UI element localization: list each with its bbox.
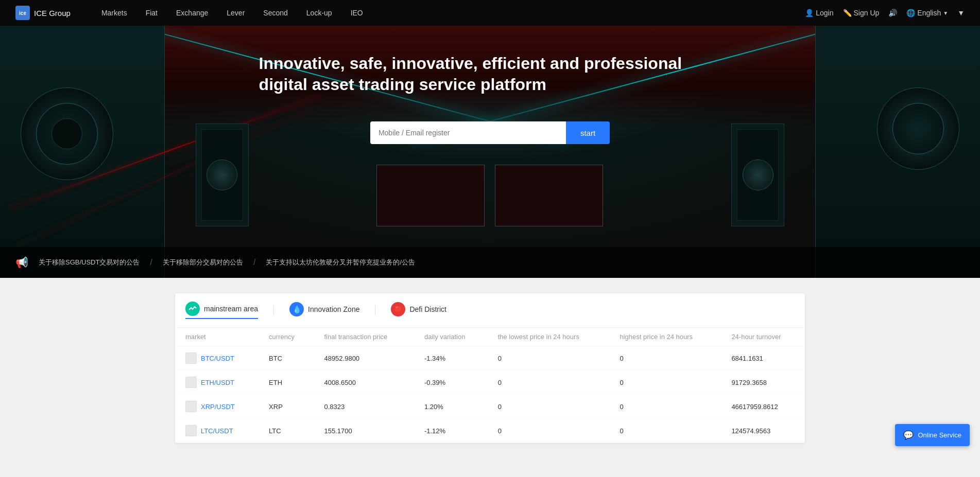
online-service-button[interactable]: 💬 Online Service [895, 424, 970, 446]
cell-price: 0.8323 [314, 395, 414, 419]
header-right: 👤 Login ✏️ Sign Up 🔊 🌐 English ▼ ▼ [805, 9, 965, 17]
announce-text-3[interactable]: 关于支持以太坊伦敦硬分叉并暂停充提业务的/公告 [266, 258, 415, 267]
volume-icon: 🔊 [888, 9, 897, 17]
register-input[interactable] [370, 121, 566, 144]
cell-pair: XRP/USDT [175, 395, 259, 419]
announce-text-1[interactable]: 关于移除SGB/USDT交易对的公告 [39, 258, 140, 267]
side-panel-right [815, 26, 980, 278]
banner-images [376, 165, 603, 226]
announce-separator-1: / [150, 258, 152, 267]
chat-icon: 💬 [903, 430, 914, 440]
pair-name: ETH/USDT [201, 379, 234, 386]
cell-high: 0 [609, 419, 721, 443]
announcement-bar: 📢 关于移除SGB/USDT交易对的公告 / 关于移除部分交易对的公告 / 关于… [0, 247, 980, 278]
cell-currency: ETH [259, 370, 314, 395]
cell-change: -1.34% [414, 346, 488, 370]
pair-icon [185, 425, 197, 436]
banner-image-2 [495, 165, 603, 226]
cell-high: 0 [609, 346, 721, 370]
market-section: mainstream area 💧 Innovation Zone 🔴 Defi… [0, 278, 980, 458]
cell-change: -1.12% [414, 419, 488, 443]
cell-turnover: 124574.9563 [721, 419, 805, 443]
banner-image-1 [376, 165, 485, 226]
cell-low: 0 [488, 346, 610, 370]
cell-turnover: 91729.3658 [721, 370, 805, 395]
online-service-label: Online Service [918, 431, 961, 439]
col-change: daily variation [414, 328, 488, 346]
tab-mainstream-label: mainstream area [204, 305, 258, 313]
cell-currency: LTC [259, 419, 314, 443]
col-currency: currency [259, 328, 314, 346]
tab-defi-label: Defi District [409, 305, 446, 313]
edit-icon: ✏️ [843, 9, 852, 17]
pair-name: LTC/USDT [201, 427, 233, 435]
nav-exchange[interactable]: Exchange [176, 9, 208, 17]
table-row[interactable]: ETH/USDT ETH 4008.6500 -0.39% 0 0 91729.… [175, 370, 805, 395]
cell-currency: BTC [259, 346, 314, 370]
market-tabs: mainstream area 💧 Innovation Zone 🔴 Defi… [175, 293, 805, 328]
tab-divider-1 [273, 305, 274, 315]
signup-button[interactable]: ✏️ Sign Up [843, 9, 880, 17]
cell-low: 0 [488, 419, 610, 443]
announce-icon: 📢 [15, 256, 28, 269]
hero-title: Innovative, safe, innovative, efficient … [249, 53, 732, 96]
nav-markets[interactable]: Markets [101, 9, 127, 17]
market-card: mainstream area 💧 Innovation Zone 🔴 Defi… [175, 293, 805, 443]
nav-ieo[interactable]: IEO [351, 9, 363, 17]
cell-price: 4008.6500 [314, 370, 414, 395]
cell-turnover: 46617959.8612 [721, 395, 805, 419]
nav-lever[interactable]: Lever [227, 9, 245, 17]
cell-pair: BTC/USDT [175, 346, 259, 370]
col-price: final transaction price [314, 328, 414, 346]
volume-button[interactable]: 🔊 [888, 9, 897, 17]
hero-section: Innovative, safe, innovative, efficient … [0, 26, 980, 278]
side-panel-left [0, 26, 165, 278]
announce-separator-2: / [253, 258, 255, 267]
tab-defi[interactable]: 🔴 Defi District [391, 302, 446, 319]
col-low: the lowest price in 24 hours [488, 328, 610, 346]
cell-high: 0 [609, 395, 721, 419]
main-nav: Markets Fiat Exchange Lever Second Lock-… [101, 9, 805, 17]
tab-innovation[interactable]: 💧 Innovation Zone [289, 302, 359, 319]
table-row[interactable]: BTC/USDT BTC 48952.9800 -1.34% 0 0 6841.… [175, 346, 805, 370]
table-header-row: market currency final transaction price … [175, 328, 805, 346]
header: ice ICE Group Markets Fiat Exchange Leve… [0, 0, 980, 26]
nav-lockup[interactable]: Lock-up [306, 9, 332, 17]
col-market: market [175, 328, 259, 346]
table-row[interactable]: XRP/USDT XRP 0.8323 1.20% 0 0 46617959.8… [175, 395, 805, 419]
market-table: market currency final transaction price … [175, 328, 805, 443]
pair-name: BTC/USDT [201, 355, 234, 362]
user-icon: 👤 [805, 9, 814, 17]
tab-mainstream[interactable]: mainstream area [185, 302, 258, 319]
cell-change: -0.39% [414, 370, 488, 395]
nav-fiat[interactable]: Fiat [146, 9, 158, 17]
more-dropdown[interactable]: ▼ [957, 9, 965, 17]
table-row[interactable]: LTC/USDT LTC 155.1700 -1.12% 0 0 124574.… [175, 419, 805, 443]
language-selector[interactable]: 🌐 English ▼ [906, 9, 948, 17]
pair-name: XRP/USDT [201, 403, 235, 411]
defi-icon: 🔴 [391, 302, 405, 316]
tab-divider-2 [375, 305, 375, 315]
cell-price: 48952.9800 [314, 346, 414, 370]
chevron-down-icon: ▼ [943, 10, 948, 16]
cell-pair: ETH/USDT [175, 370, 259, 395]
register-button[interactable]: start [566, 121, 610, 144]
cell-pair: LTC/USDT [175, 419, 259, 443]
chevron-down-icon-2: ▼ [957, 9, 965, 17]
announce-text-2[interactable]: 关于移除部分交易对的公告 [163, 258, 243, 267]
pair-icon [185, 377, 197, 388]
col-turnover: 24-hour turnover [721, 328, 805, 346]
cell-low: 0 [488, 395, 610, 419]
cell-high: 0 [609, 370, 721, 395]
cell-price: 155.1700 [314, 419, 414, 443]
pair-icon [185, 401, 197, 412]
logo-area[interactable]: ice ICE Group [15, 6, 71, 20]
pair-icon [185, 352, 197, 364]
mainstream-icon [185, 302, 200, 316]
cell-currency: XRP [259, 395, 314, 419]
innovation-icon: 💧 [289, 302, 304, 316]
cell-low: 0 [488, 370, 610, 395]
login-button[interactable]: 👤 Login [805, 9, 833, 17]
nav-second[interactable]: Second [263, 9, 287, 17]
col-high: highest price in 24 hours [609, 328, 721, 346]
